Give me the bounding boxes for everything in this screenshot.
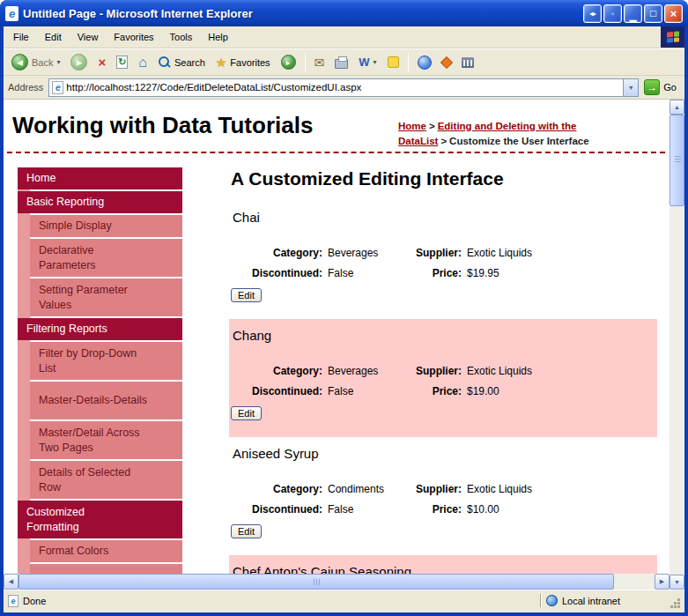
discontinued-value: False xyxy=(328,267,405,279)
sidebar-item-master-detail-two-pages[interactable]: Master/Detail Across Two Pages xyxy=(30,421,182,459)
menu-favorites[interactable]: Favorites xyxy=(106,28,161,46)
media-button[interactable]: ▸ xyxy=(277,50,300,74)
supplier-value: Exotic Liquids xyxy=(467,483,643,495)
sidebar-item-simple-display[interactable]: Simple Display xyxy=(30,215,182,237)
category-label: Category: xyxy=(231,365,322,377)
sidebar-item-home[interactable]: Home xyxy=(18,167,182,189)
maximize-button[interactable]: □ xyxy=(644,4,662,23)
product-name: Aniseed Syrup xyxy=(233,446,643,462)
product-name: Chef Anton's Cajun Seasoning xyxy=(233,564,643,574)
title-bar[interactable]: e Untitled Page - Microsoft Internet Exp… xyxy=(0,0,688,26)
search-button[interactable]: Search xyxy=(153,50,210,74)
menu-file[interactable]: File xyxy=(5,28,37,46)
print-icon xyxy=(335,59,348,69)
address-input[interactable] xyxy=(66,82,620,93)
category-label: Category: xyxy=(231,247,322,259)
sidebar-item-label: Filtering Reports xyxy=(26,322,107,336)
main-content: A Customized Editing Interface Chai Cate… xyxy=(229,167,657,574)
box-icon: ▫ xyxy=(611,9,615,19)
go-button[interactable]: → Go xyxy=(644,79,680,95)
zone-label: Local intranet xyxy=(562,596,620,606)
mail-icon: ✉ xyxy=(314,56,325,70)
sidebar-item-filtering-reports[interactable]: Filtering Reports xyxy=(18,318,182,340)
sidebar-item-label: Declarative Parameters xyxy=(39,243,151,273)
supplier-label: Supplier: xyxy=(411,483,462,495)
sidebar-item-setting-parameter-values[interactable]: Setting Parameter Values xyxy=(30,278,182,316)
toolbar-separator xyxy=(305,53,306,72)
edit-button[interactable]: Edit xyxy=(231,288,262,302)
back-caret-icon: ▾ xyxy=(56,58,60,66)
supplier-label: Supplier: xyxy=(411,247,462,259)
window-extra-button[interactable]: ▫ xyxy=(603,4,622,23)
sidebar-item-label: Basic Reporting xyxy=(26,195,104,209)
sidebar-item-format-colors[interactable]: Format Colors xyxy=(30,540,182,562)
browser-window: e Untitled Page - Microsoft Internet Exp… xyxy=(0,0,688,616)
print-button[interactable] xyxy=(330,50,352,74)
menu-bar: File Edit View Favorites Tools Help xyxy=(4,26,684,48)
window-nav-button[interactable]: ◂▸ xyxy=(583,4,602,23)
breadcrumb-current: Customize the User Interface xyxy=(449,136,589,146)
edit-button[interactable]: Edit xyxy=(231,524,262,538)
forward-button[interactable]: ▶ xyxy=(66,50,92,74)
menu-tools[interactable]: Tools xyxy=(162,28,201,46)
menu-view[interactable]: View xyxy=(70,28,107,46)
sidebar-item-label: Setting Parameter Values xyxy=(39,283,151,313)
back-label: Back xyxy=(32,57,53,68)
product-fields: Category: Condiments Supplier: Exotic Li… xyxy=(231,483,643,516)
sidebar-item-details-of-selected-row[interactable]: Details of Selected Row xyxy=(30,461,182,499)
scroll-left-button[interactable]: ◀ xyxy=(4,574,18,590)
address-dropdown-button[interactable]: ▾ xyxy=(623,79,638,96)
edit-in-word-button[interactable]: W ▾ xyxy=(354,50,381,74)
scroll-down-button[interactable]: ▼ xyxy=(670,575,684,590)
horizontal-scrollbar: ◀ ▶ xyxy=(4,574,670,590)
scroll-track[interactable] xyxy=(670,206,684,575)
refresh-button[interactable]: ↻ xyxy=(112,50,132,74)
messenger-button[interactable] xyxy=(413,50,436,74)
grid-icon xyxy=(485,56,497,69)
addon-button-2[interactable] xyxy=(457,50,478,74)
breadcrumb: Home>Editing and Deleting with the DataL… xyxy=(398,119,658,148)
home-button[interactable]: ⌂ xyxy=(134,50,152,74)
close-icon: × xyxy=(670,7,677,20)
breadcrumb-link-home[interactable]: Home xyxy=(398,121,426,131)
discuss-button[interactable] xyxy=(383,50,403,74)
breadcrumb-separator: > xyxy=(440,136,447,146)
vertical-scroll-thumb[interactable] xyxy=(670,115,684,206)
discontinued-value: False xyxy=(328,503,405,516)
sidebar-nav: Home Basic Reporting Simple Display Decl… xyxy=(18,167,182,574)
status-zone: Local intranet xyxy=(546,595,670,606)
stop-button[interactable]: × xyxy=(93,50,110,74)
horizontal-scroll-thumb[interactable] xyxy=(18,574,614,590)
go-label: Go xyxy=(663,82,677,93)
minimize-icon: ▁ xyxy=(630,11,637,21)
menu-help[interactable]: Help xyxy=(200,28,236,46)
menu-edit[interactable]: Edit xyxy=(37,28,70,46)
close-button[interactable]: × xyxy=(664,4,683,23)
sidebar-item-declarative-parameters[interactable]: Declarative Parameters xyxy=(30,239,182,277)
page-title: A Customized Editing Interface xyxy=(231,167,657,190)
discontinued-label: Discontinued: xyxy=(231,385,322,397)
sidebar-item-label: Customized Formatting xyxy=(26,505,110,534)
addon-button-3[interactable] xyxy=(480,50,501,74)
addon-button-1[interactable] xyxy=(438,50,455,74)
sidebar-item-master-details-details[interactable]: Master-Details-Details xyxy=(30,382,182,419)
windows-logo-icon xyxy=(661,26,684,48)
resize-grip[interactable] xyxy=(670,597,681,609)
minimize-button[interactable]: ▁ xyxy=(624,4,642,23)
sidebar-item-filter-by-dropdown-list[interactable]: Filter by Drop-Down List xyxy=(30,342,182,380)
search-label: Search xyxy=(174,57,205,68)
window-controls: ◂▸ ▫ ▁ □ × xyxy=(583,4,683,23)
scroll-up-button[interactable]: ▲ xyxy=(670,100,684,115)
scroll-right-button[interactable]: ▶ xyxy=(655,574,670,590)
sidebar-item-basic-reporting[interactable]: Basic Reporting xyxy=(18,191,182,213)
price-value: $19.95 xyxy=(467,267,643,279)
back-button[interactable]: ◀ Back ▾ xyxy=(7,50,64,74)
edit-button[interactable]: Edit xyxy=(231,406,262,420)
sidebar-item-partial[interactable] xyxy=(30,564,182,574)
breadcrumb-separator: > xyxy=(429,121,435,131)
scroll-track[interactable] xyxy=(614,574,655,590)
sidebar-item-customized-formatting[interactable]: Customized Formatting xyxy=(18,501,182,538)
mail-button[interactable]: ✉ xyxy=(310,50,329,74)
sidebar-item-label: Master/Detail Across Two Pages xyxy=(39,426,151,456)
favorites-button[interactable]: ★ Favorites xyxy=(211,50,275,74)
